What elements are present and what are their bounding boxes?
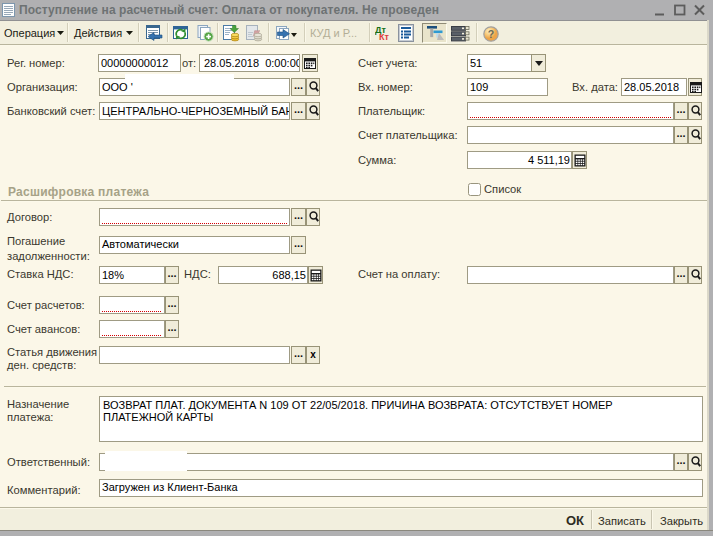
svg-text:?: ? [488,28,494,40]
svg-text:Кт: Кт [379,32,389,41]
